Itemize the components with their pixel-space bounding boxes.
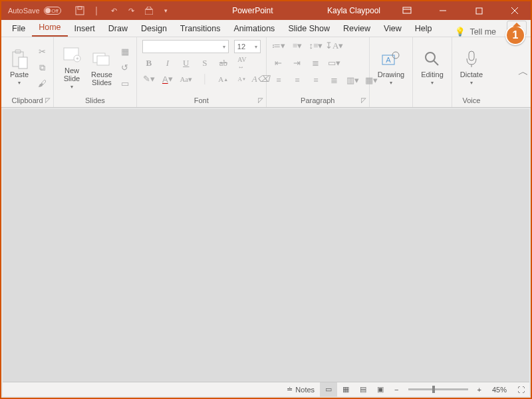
svg-line-21 xyxy=(434,61,438,65)
decrease-font-icon[interactable]: A▼ xyxy=(235,73,249,85)
font-color-icon[interactable]: A▾ xyxy=(161,73,174,85)
group-slides: ✶ New Slide ▾ Reuse Slides ▦ ↺ ▭ Slides xyxy=(54,37,137,107)
new-slide-icon: ✶ xyxy=(62,45,82,65)
dictate-button[interactable]: Dictate ▾ xyxy=(458,49,485,86)
increase-indent-icon[interactable]: ⇥ xyxy=(291,57,304,69)
line-spacing-icon[interactable]: ↕≡▾ xyxy=(309,40,323,52)
dialog-launcher-icon[interactable]: ◸ xyxy=(45,96,51,104)
svg-rect-0 xyxy=(76,7,84,15)
chevron-down-icon: ▾ xyxy=(18,80,21,86)
svg-point-20 xyxy=(426,53,435,62)
chevron-down-icon: ▾ xyxy=(470,80,473,86)
reuse-slides-button[interactable]: Reuse Slides xyxy=(88,49,115,86)
collapse-ribbon-icon[interactable]: ︿ xyxy=(516,37,531,107)
tab-transitions[interactable]: Transitions xyxy=(174,21,227,37)
tab-review[interactable]: Review xyxy=(336,21,377,37)
italic-button[interactable]: I xyxy=(161,57,174,69)
save-icon[interactable] xyxy=(74,5,85,16)
group-editing: Editing ▾ xyxy=(413,37,452,107)
paste-button[interactable]: Paste ▾ xyxy=(7,49,32,86)
align-right-icon[interactable]: ≡ xyxy=(309,74,323,86)
tab-file[interactable]: File xyxy=(5,21,32,37)
tell-me-search[interactable]: 💡 Tell me xyxy=(448,27,503,37)
svg-rect-2 xyxy=(145,9,153,15)
highlight-color-icon[interactable]: ✎▾ xyxy=(142,73,156,85)
numbering-icon[interactable]: ≡▾ xyxy=(291,40,304,52)
chevron-down-icon: ▾ xyxy=(70,84,73,90)
zoom-in-button[interactable]: + xyxy=(472,382,487,397)
layout-icon[interactable]: ▦ xyxy=(119,46,131,58)
tab-design[interactable]: Design xyxy=(134,21,174,37)
zoom-level[interactable]: 45% xyxy=(487,382,512,397)
shadow-button[interactable]: S xyxy=(198,57,211,69)
chevron-down-icon: ▾ xyxy=(255,44,257,50)
svg-text:✶: ✶ xyxy=(75,56,80,62)
align-left-icon[interactable]: ≡ xyxy=(272,74,285,86)
copy-icon[interactable]: ⧉ xyxy=(36,62,48,74)
justify-icon[interactable]: ≣ xyxy=(328,74,341,86)
dialog-launcher-icon[interactable]: ◸ xyxy=(258,96,263,104)
redo-icon[interactable]: ↷ xyxy=(126,5,137,16)
svg-rect-11 xyxy=(19,57,27,68)
font-family-combo[interactable]: ▾ xyxy=(142,40,229,53)
svg-rect-22 xyxy=(469,51,474,61)
notes-button[interactable]: ≐Notes xyxy=(281,382,320,397)
new-slide-button[interactable]: ✶ New Slide ▾ xyxy=(59,45,84,90)
ribbon-tabs: File Home Insert Draw Design Transitions… xyxy=(1,20,531,37)
columns-icon[interactable]: ▥▾ xyxy=(346,74,360,86)
slideshow-view-icon[interactable]: ▣ xyxy=(372,382,389,397)
toggle-icon: Off xyxy=(44,7,61,15)
tab-home[interactable]: Home xyxy=(32,20,67,37)
maximize-icon[interactable] xyxy=(466,1,492,20)
drawing-button[interactable]: A Drawing ▾ xyxy=(375,49,407,86)
shapes-icon: A xyxy=(381,49,401,69)
dialog-launcher-icon[interactable]: ◸ xyxy=(361,96,366,104)
app-title: PowerPoint xyxy=(178,6,327,15)
align-text-icon[interactable]: ▭▾ xyxy=(328,57,341,69)
tab-slideshow[interactable]: Slide Show xyxy=(281,21,336,37)
decrease-indent-icon[interactable]: ⇤ xyxy=(272,57,285,69)
zoom-out-button[interactable]: − xyxy=(389,382,404,397)
underline-button[interactable]: U xyxy=(180,57,193,69)
tab-draw[interactable]: Draw xyxy=(102,21,134,37)
start-from-beginning-icon[interactable] xyxy=(144,5,154,16)
tab-help[interactable]: Help xyxy=(408,21,439,37)
customize-qat-icon[interactable]: ▾ xyxy=(161,5,172,16)
character-spacing-icon[interactable]: AV↔ xyxy=(235,57,249,69)
clear-formatting-icon[interactable]: A⌫ xyxy=(254,73,267,85)
fit-to-window-icon[interactable]: ⛶ xyxy=(512,382,529,397)
section-icon[interactable]: ▭ xyxy=(119,78,131,90)
bullets-icon[interactable]: ≔▾ xyxy=(272,40,285,52)
undo-icon[interactable]: ↶ xyxy=(109,5,120,16)
close-icon[interactable] xyxy=(501,1,528,20)
reset-icon[interactable]: ↺ xyxy=(119,62,131,74)
svg-rect-6 xyxy=(476,8,482,14)
normal-view-icon[interactable]: ▭ xyxy=(320,382,337,397)
user-name[interactable]: Kayla Claypool xyxy=(327,6,384,15)
format-painter-icon[interactable]: 🖌 xyxy=(36,78,48,90)
cut-icon[interactable]: ✂ xyxy=(36,46,48,58)
zoom-slider[interactable] xyxy=(408,388,468,390)
chevron-down-icon: ▾ xyxy=(390,80,392,86)
bold-button[interactable]: B xyxy=(142,57,156,69)
align-center-icon[interactable]: ≡ xyxy=(291,74,304,86)
tab-animations[interactable]: Animations xyxy=(227,21,282,37)
microphone-icon xyxy=(462,49,481,69)
minimize-icon[interactable] xyxy=(430,1,456,20)
slide-sorter-view-icon[interactable]: ▦ xyxy=(337,382,354,397)
tab-insert[interactable]: Insert xyxy=(68,21,102,37)
change-case-icon[interactable]: Aa▾ xyxy=(180,73,193,85)
increase-font-icon[interactable]: A▲ xyxy=(217,73,230,85)
ribbon-display-icon[interactable] xyxy=(394,1,420,20)
tab-view[interactable]: View xyxy=(377,21,408,37)
text-direction-icon[interactable]: ↧A▾ xyxy=(328,40,341,52)
strikethrough-button[interactable]: ab xyxy=(217,57,230,69)
editing-button[interactable]: Editing ▾ xyxy=(418,49,446,86)
divider-icon: │ xyxy=(92,5,102,16)
reuse-slides-icon xyxy=(92,49,112,69)
reading-view-icon[interactable]: ▤ xyxy=(354,382,372,397)
autosave-toggle[interactable]: AutoSave Off xyxy=(1,7,68,15)
list-level-icon[interactable]: ≣ xyxy=(309,57,323,69)
font-size-combo[interactable]: 12▾ xyxy=(234,40,261,53)
quick-access-toolbar: │ ↶ ↷ ▾ xyxy=(68,5,178,16)
